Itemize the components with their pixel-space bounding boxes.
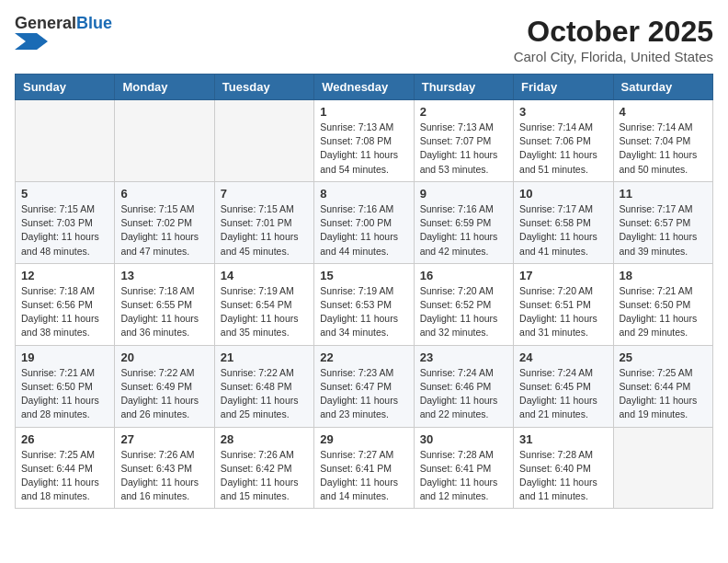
day-number: 17: [519, 269, 607, 282]
calendar-cell: 13Sunrise: 7:18 AM Sunset: 6:55 PM Dayli…: [115, 263, 214, 345]
day-info: Sunrise: 7:21 AM Sunset: 6:50 PM Dayligh…: [21, 366, 108, 422]
day-number: 8: [320, 187, 407, 201]
calendar-cell: 3Sunrise: 7:14 AM Sunset: 7:06 PM Daylig…: [514, 100, 613, 182]
main-title: October 2025: [514, 15, 713, 49]
day-info: Sunrise: 7:16 AM Sunset: 7:00 PM Dayligh…: [320, 202, 407, 259]
day-of-week-header: Saturday: [613, 75, 712, 100]
day-info: Sunrise: 7:15 AM Sunset: 7:02 PM Dayligh…: [120, 202, 208, 259]
calendar-cell: 17Sunrise: 7:20 AM Sunset: 6:51 PM Dayli…: [514, 263, 613, 345]
day-info: Sunrise: 7:14 AM Sunset: 7:06 PM Dayligh…: [519, 121, 607, 177]
day-number: 12: [21, 269, 108, 282]
day-number: 10: [519, 187, 607, 201]
calendar-cell: 14Sunrise: 7:19 AM Sunset: 6:54 PM Dayli…: [214, 263, 313, 345]
day-info: Sunrise: 7:28 AM Sunset: 6:40 PM Dayligh…: [519, 448, 607, 504]
day-info: Sunrise: 7:13 AM Sunset: 7:07 PM Dayligh…: [420, 121, 507, 177]
calendar-week-row: 26Sunrise: 7:25 AM Sunset: 6:44 PM Dayli…: [16, 427, 713, 509]
calendar-cell: 6Sunrise: 7:15 AM Sunset: 7:02 PM Daylig…: [115, 181, 214, 263]
day-info: Sunrise: 7:19 AM Sunset: 6:54 PM Dayligh…: [221, 284, 308, 340]
page-header: GeneralBlue October 2025 Carol City, Flo…: [15, 15, 713, 64]
day-info: Sunrise: 7:18 AM Sunset: 6:55 PM Dayligh…: [120, 284, 208, 340]
day-number: 4: [620, 105, 707, 119]
day-info: Sunrise: 7:15 AM Sunset: 7:03 PM Dayligh…: [21, 202, 108, 259]
day-number: 6: [120, 187, 208, 201]
day-number: 25: [620, 350, 707, 364]
calendar-cell: 15Sunrise: 7:19 AM Sunset: 6:53 PM Dayli…: [314, 263, 414, 345]
day-info: Sunrise: 7:24 AM Sunset: 6:46 PM Dayligh…: [420, 366, 507, 422]
day-number: 30: [420, 432, 507, 446]
calendar-cell: [214, 100, 313, 182]
calendar-cell: 1Sunrise: 7:13 AM Sunset: 7:08 PM Daylig…: [314, 100, 414, 182]
calendar-cell: 18Sunrise: 7:21 AM Sunset: 6:50 PM Dayli…: [613, 263, 712, 345]
day-number: 7: [221, 187, 308, 201]
calendar-week-row: 1Sunrise: 7:13 AM Sunset: 7:08 PM Daylig…: [16, 100, 713, 182]
calendar-cell: 20Sunrise: 7:22 AM Sunset: 6:49 PM Dayli…: [115, 345, 214, 427]
day-number: 24: [519, 350, 607, 364]
day-info: Sunrise: 7:27 AM Sunset: 6:41 PM Dayligh…: [320, 448, 407, 504]
calendar-cell: 12Sunrise: 7:18 AM Sunset: 6:56 PM Dayli…: [16, 263, 115, 345]
day-number: 3: [519, 105, 607, 119]
calendar-cell: [613, 427, 712, 509]
calendar-cell: 21Sunrise: 7:22 AM Sunset: 6:48 PM Dayli…: [214, 345, 313, 427]
day-number: 21: [221, 350, 308, 364]
day-info: Sunrise: 7:17 AM Sunset: 6:57 PM Dayligh…: [620, 202, 707, 259]
calendar-cell: 16Sunrise: 7:20 AM Sunset: 6:52 PM Dayli…: [414, 263, 513, 345]
day-of-week-header: Monday: [115, 75, 214, 100]
calendar-cell: 9Sunrise: 7:16 AM Sunset: 6:59 PM Daylig…: [414, 181, 513, 263]
calendar-cell: 26Sunrise: 7:25 AM Sunset: 6:44 PM Dayli…: [16, 427, 115, 509]
day-number: 31: [519, 432, 607, 446]
calendar-cell: 31Sunrise: 7:28 AM Sunset: 6:40 PM Dayli…: [514, 427, 613, 509]
day-number: 28: [221, 432, 308, 446]
day-of-week-header: Wednesday: [314, 75, 414, 100]
calendar-week-row: 5Sunrise: 7:15 AM Sunset: 7:03 PM Daylig…: [16, 181, 713, 263]
day-info: Sunrise: 7:25 AM Sunset: 6:44 PM Dayligh…: [21, 448, 108, 504]
day-number: 16: [420, 269, 507, 282]
day-number: 26: [21, 432, 108, 446]
day-number: 2: [420, 105, 507, 119]
day-info: Sunrise: 7:22 AM Sunset: 6:48 PM Dayligh…: [221, 366, 308, 422]
logo-general-text: General: [15, 14, 76, 32]
subtitle: Carol City, Florida, United States: [514, 49, 713, 64]
day-info: Sunrise: 7:14 AM Sunset: 7:04 PM Dayligh…: [620, 121, 707, 177]
day-info: Sunrise: 7:21 AM Sunset: 6:50 PM Dayligh…: [620, 284, 707, 340]
day-of-week-header: Thursday: [414, 75, 513, 100]
day-info: Sunrise: 7:22 AM Sunset: 6:49 PM Dayligh…: [120, 366, 208, 422]
day-info: Sunrise: 7:26 AM Sunset: 6:42 PM Dayligh…: [221, 448, 308, 504]
calendar-cell: 8Sunrise: 7:16 AM Sunset: 7:00 PM Daylig…: [314, 181, 414, 263]
calendar-cell: 24Sunrise: 7:24 AM Sunset: 6:45 PM Dayli…: [514, 345, 613, 427]
calendar-cell: 23Sunrise: 7:24 AM Sunset: 6:46 PM Dayli…: [414, 345, 513, 427]
day-info: Sunrise: 7:25 AM Sunset: 6:44 PM Dayligh…: [620, 366, 707, 422]
day-of-week-header: Tuesday: [214, 75, 313, 100]
day-number: 5: [21, 187, 108, 201]
day-number: 13: [120, 269, 208, 282]
calendar-cell: 27Sunrise: 7:26 AM Sunset: 6:43 PM Dayli…: [115, 427, 214, 509]
calendar-cell: [16, 100, 115, 182]
calendar-cell: 28Sunrise: 7:26 AM Sunset: 6:42 PM Dayli…: [214, 427, 313, 509]
day-info: Sunrise: 7:28 AM Sunset: 6:41 PM Dayligh…: [420, 448, 507, 504]
day-info: Sunrise: 7:13 AM Sunset: 7:08 PM Dayligh…: [320, 121, 407, 177]
day-number: 19: [21, 350, 108, 364]
day-info: Sunrise: 7:17 AM Sunset: 6:58 PM Dayligh…: [519, 202, 607, 259]
day-of-week-header: Friday: [514, 75, 613, 100]
day-info: Sunrise: 7:18 AM Sunset: 6:56 PM Dayligh…: [21, 284, 108, 340]
calendar-cell: 29Sunrise: 7:27 AM Sunset: 6:41 PM Dayli…: [314, 427, 414, 509]
day-number: 11: [620, 187, 707, 201]
day-of-week-header: Sunday: [16, 75, 115, 100]
logo-blue-text: Blue: [76, 14, 112, 32]
day-info: Sunrise: 7:20 AM Sunset: 6:51 PM Dayligh…: [519, 284, 607, 340]
day-info: Sunrise: 7:16 AM Sunset: 6:59 PM Dayligh…: [420, 202, 507, 259]
calendar-week-row: 12Sunrise: 7:18 AM Sunset: 6:56 PM Dayli…: [16, 263, 713, 345]
logo-icon: [15, 33, 48, 50]
day-number: 29: [320, 432, 407, 446]
calendar-cell: 19Sunrise: 7:21 AM Sunset: 6:50 PM Dayli…: [16, 345, 115, 427]
day-info: Sunrise: 7:19 AM Sunset: 6:53 PM Dayligh…: [320, 284, 407, 340]
day-info: Sunrise: 7:15 AM Sunset: 7:01 PM Dayligh…: [221, 202, 308, 259]
day-number: 9: [420, 187, 507, 201]
calendar-header-row: SundayMondayTuesdayWednesdayThursdayFrid…: [16, 75, 713, 100]
day-number: 15: [320, 269, 407, 282]
calendar-cell: 11Sunrise: 7:17 AM Sunset: 6:57 PM Dayli…: [613, 181, 712, 263]
calendar-cell: 2Sunrise: 7:13 AM Sunset: 7:07 PM Daylig…: [414, 100, 513, 182]
calendar-cell: 5Sunrise: 7:15 AM Sunset: 7:03 PM Daylig…: [16, 181, 115, 263]
day-info: Sunrise: 7:20 AM Sunset: 6:52 PM Dayligh…: [420, 284, 507, 340]
calendar-cell: 22Sunrise: 7:23 AM Sunset: 6:47 PM Dayli…: [314, 345, 414, 427]
logo: GeneralBlue: [15, 15, 112, 53]
